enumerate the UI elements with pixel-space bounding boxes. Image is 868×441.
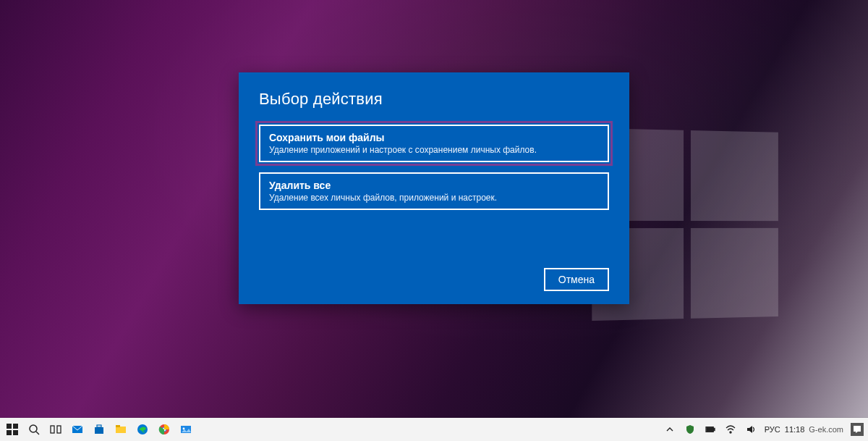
svg-rect-7 [57,426,61,433]
cancel-button[interactable]: Отмена [544,268,609,291]
svg-rect-9 [95,427,103,434]
svg-rect-11 [116,427,126,433]
task-view-icon[interactable] [48,421,64,437]
option-keep-files-desc: Удаление приложений и настроек с сохране… [269,145,599,155]
svg-point-18 [183,428,185,430]
svg-rect-21 [707,427,713,431]
search-icon[interactable] [26,421,42,437]
svg-rect-12 [116,425,120,427]
option-remove-all[interactable]: Удалить все Удаление всех личных файлов,… [259,172,609,210]
svg-rect-2 [7,430,12,435]
dialog-title: Выбор действия [259,90,609,109]
action-center-icon[interactable] [851,423,864,436]
svg-rect-10 [97,425,101,427]
svg-rect-20 [713,428,715,431]
chrome-icon[interactable] [156,421,172,437]
clock[interactable]: 11:18 [785,425,805,434]
svg-rect-3 [13,430,18,435]
option-remove-all-title: Удалить все [269,180,599,191]
store-icon[interactable] [91,421,107,437]
start-button[interactable] [4,421,20,437]
svg-rect-0 [7,424,12,429]
svg-point-22 [730,432,731,433]
edge-icon[interactable] [135,421,150,437]
svg-rect-23 [854,426,861,432]
svg-rect-1 [13,424,18,429]
volume-icon[interactable] [744,423,757,436]
option-keep-files-title: Сохранить мои файлы [269,132,599,143]
images-icon[interactable] [178,421,194,437]
svg-rect-6 [51,426,54,433]
language-indicator[interactable]: РУС [765,425,780,434]
explorer-icon[interactable] [113,421,129,437]
watermark-text: G-ek.com [809,425,843,434]
option-keep-files[interactable]: Сохранить мои файлы Удаление приложений … [259,125,609,162]
tray-chevron-icon[interactable] [663,423,676,436]
svg-line-5 [36,432,39,434]
svg-point-4 [30,425,37,432]
battery-icon[interactable] [704,423,717,436]
mail-icon[interactable] [69,421,85,437]
taskbar: РУС 11:18 G-ek.com [0,418,868,441]
reset-choice-dialog: Выбор действия Сохранить мои файлы Удале… [239,72,629,304]
security-icon[interactable] [684,423,697,436]
option-remove-all-desc: Удаление всех личных файлов, приложений … [269,193,599,203]
wifi-icon[interactable] [724,423,737,436]
